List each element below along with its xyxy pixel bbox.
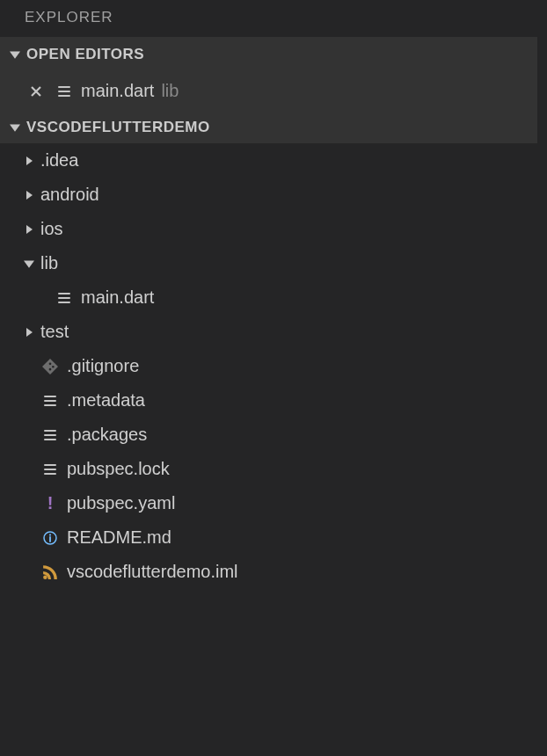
file-item[interactable]: .packages bbox=[0, 418, 537, 452]
item-label: lib bbox=[40, 253, 58, 273]
item-label: main.dart bbox=[81, 287, 154, 308]
close-icon[interactable] bbox=[26, 84, 46, 98]
folder-item[interactable]: ios bbox=[0, 212, 537, 246]
item-label: test bbox=[40, 322, 69, 342]
file-tree: .ideaandroidioslibmain.darttest.gitignor… bbox=[0, 143, 537, 589]
item-label: README.md bbox=[67, 527, 171, 548]
item-label: .gitignore bbox=[67, 356, 139, 376]
chevron-right-icon bbox=[21, 327, 37, 338]
item-label: pubspec.yaml bbox=[67, 493, 175, 513]
file-item[interactable]: README.md bbox=[0, 520, 537, 555]
file-icon bbox=[55, 84, 74, 99]
item-label: vscodeflutterdemo.iml bbox=[67, 562, 238, 582]
workspace-header[interactable]: VSCODEFLUTTERDEMO bbox=[0, 112, 537, 143]
file-icon bbox=[40, 427, 60, 443]
item-label: android bbox=[40, 185, 99, 205]
item-label: ios bbox=[40, 219, 63, 239]
folder-item[interactable]: lib bbox=[0, 246, 537, 280]
chevron-down-icon bbox=[7, 122, 23, 133]
panel-title: EXPLORER bbox=[0, 0, 537, 37]
open-editor-item[interactable]: main.dart lib bbox=[0, 72, 537, 112]
item-label: .packages bbox=[67, 425, 147, 445]
item-label: .idea bbox=[40, 150, 78, 171]
file-icon bbox=[40, 393, 60, 409]
file-item[interactable]: vscodeflutterdemo.iml bbox=[0, 555, 537, 589]
yaml-icon: ! bbox=[40, 493, 60, 513]
chevron-down-icon bbox=[21, 258, 37, 269]
git-icon bbox=[40, 359, 60, 374]
info-icon bbox=[40, 530, 60, 546]
file-item[interactable]: !pubspec.yaml bbox=[0, 486, 537, 520]
file-item[interactable]: .metadata bbox=[0, 383, 537, 418]
folder-item[interactable]: .idea bbox=[0, 143, 537, 178]
open-editor-path: lib bbox=[161, 81, 179, 101]
file-icon bbox=[40, 462, 60, 477]
svg-point-1 bbox=[43, 575, 47, 579]
item-label: pubspec.lock bbox=[67, 459, 170, 479]
chevron-right-icon bbox=[21, 190, 37, 200]
folder-item[interactable]: test bbox=[0, 315, 537, 349]
file-item[interactable]: pubspec.lock bbox=[0, 452, 537, 486]
open-editor-filename: main.dart bbox=[81, 81, 154, 101]
chevron-right-icon bbox=[21, 156, 37, 166]
file-item[interactable]: main.dart bbox=[0, 280, 537, 315]
item-label: .metadata bbox=[67, 390, 145, 411]
chevron-down-icon bbox=[7, 49, 23, 60]
open-editors-label: OPEN EDITORS bbox=[26, 46, 144, 63]
explorer-panel: EXPLORER OPEN EDITORS main.dart lib VSCO… bbox=[0, 0, 537, 756]
file-item[interactable]: .gitignore bbox=[0, 349, 537, 383]
folder-item[interactable]: android bbox=[0, 178, 537, 212]
chevron-right-icon bbox=[21, 224, 37, 235]
file-icon bbox=[55, 290, 74, 306]
feed-icon bbox=[40, 564, 60, 580]
workspace-name: VSCODEFLUTTERDEMO bbox=[26, 119, 210, 136]
open-editors-header[interactable]: OPEN EDITORS bbox=[0, 37, 537, 72]
